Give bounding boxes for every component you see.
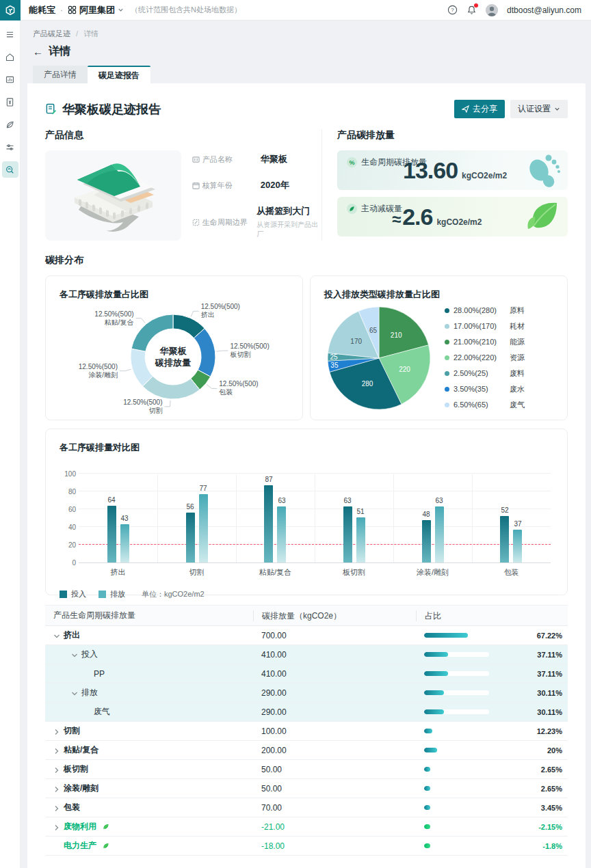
donut-label: 12.50%(500) <box>201 303 240 310</box>
pie-legend-item-废气[interactable]: 6.50%(65)废气 <box>445 400 525 410</box>
breadcrumb-current: 详情 <box>83 29 98 38</box>
share-bar <box>424 786 489 791</box>
table-row-挤出[interactable]: 挤出700.0067.22% <box>45 626 568 645</box>
bar-投入-涂装/雕刻[interactable] <box>422 520 431 562</box>
share-bar <box>424 729 489 733</box>
expand-chevron-icon[interactable] <box>53 747 60 754</box>
expand-chevron-icon[interactable] <box>71 651 78 658</box>
pie-value-label: 210 <box>391 331 402 339</box>
pie-legend-item-能源[interactable]: 21.00%(210)能源 <box>445 337 525 347</box>
menu-icon <box>5 29 15 40</box>
sidebar-item-billing[interactable] <box>2 94 18 110</box>
bar-排放-包装[interactable] <box>513 530 522 562</box>
expand-chevron-icon[interactable] <box>53 824 60 830</box>
bar-value-label: 52 <box>496 506 514 514</box>
topbar: 能耗宝 · 阿里集团 （统计范围包含共N处场地数据） ? dtboost@ali… <box>0 0 591 21</box>
bar-投入-挤出[interactable] <box>107 506 116 562</box>
table-row-废物利用[interactable]: 废物利用-21.00-2.15% <box>45 817 568 837</box>
bar-投入-包装[interactable] <box>500 516 509 562</box>
help-icon[interactable]: ? <box>447 5 458 15</box>
y-axis-tick: 60 <box>60 506 76 513</box>
app-logo-icon[interactable] <box>0 0 21 21</box>
org-name: 阿里集团 <box>79 4 115 16</box>
bar-排放-板切割[interactable] <box>356 517 365 562</box>
pie-legend-item-资源[interactable]: 22.00%(220)资源 <box>445 353 525 363</box>
sidebar-item-home[interactable] <box>2 49 18 65</box>
table-row-PP[interactable]: PP410.0037.11% <box>45 664 568 683</box>
expand-chevron-icon[interactable] <box>53 766 60 773</box>
notification-bell-icon[interactable] <box>467 5 477 15</box>
bar-排放-切割[interactable] <box>199 494 208 562</box>
type-share-chart-card: 投入排放类型碳排放量占比图 210220280352517065 28.00%(… <box>310 275 568 420</box>
row-emission-value: 100.00 <box>253 727 416 736</box>
pie-legend-item-耗材[interactable]: 17.00%(170)耗材 <box>445 321 525 331</box>
table-row-投入[interactable]: 投入410.0037.11% <box>45 645 568 664</box>
legend-swatch-output[interactable] <box>98 591 106 598</box>
reduction-value: 2.6 <box>402 204 432 230</box>
bar-投入-切割[interactable] <box>186 513 195 562</box>
col-header-share: 占比 <box>416 610 568 621</box>
share-button[interactable]: 去分享 <box>454 100 505 118</box>
bar-value-label: 56 <box>181 503 199 511</box>
product-info-title: 产品信息 <box>45 129 321 141</box>
expand-chevron-icon[interactable] <box>53 632 60 639</box>
donut-label: 12.50%(500) <box>123 398 162 406</box>
expand-chevron-icon[interactable] <box>71 690 78 696</box>
bar-排放-挤出[interactable] <box>120 524 129 562</box>
row-emission-value: 290.00 <box>253 707 416 717</box>
row-share-percent: 3.45% <box>541 804 568 812</box>
row-name: 挤出 <box>64 629 80 641</box>
donut-center-label: 华聚板 <box>159 346 187 356</box>
lifecycle-emission-value: 13.60 <box>403 157 458 184</box>
pie-legend-item-废水[interactable]: 3.50%(35)废水 <box>445 384 525 394</box>
table-row-包装[interactable]: 包装70.003.45% <box>45 798 568 817</box>
table-row-排放[interactable]: 排放290.0030.11% <box>45 683 568 703</box>
table-row-切割[interactable]: 切割100.0012.23% <box>45 722 568 741</box>
table-row-电力生产[interactable]: 电力生产-18.00-1.8% <box>45 837 568 856</box>
sidebar-item-carbon[interactable] <box>2 116 18 133</box>
report-panel: 华聚板碳足迹报告 去分享 认证设置 产品信息 <box>27 83 586 868</box>
breadcrumb-parent[interactable]: 产品碳足迹 <box>33 29 70 38</box>
bar-排放-涂装/雕刻[interactable] <box>435 506 444 562</box>
table-row-板切割[interactable]: 板切割50.002.65% <box>45 760 568 779</box>
legend-swatch-input[interactable] <box>60 591 67 598</box>
sidebar-item-settings[interactable] <box>2 139 18 155</box>
table-row-废气[interactable]: 废气290.0030.11% <box>45 703 568 722</box>
user-email[interactable]: dtboost@aliyun.com <box>507 5 581 15</box>
sidebar-item-dashboard[interactable] <box>2 71 18 87</box>
row-share-percent: -1.8% <box>542 842 568 850</box>
row-emission-value: 70.00 <box>253 803 416 813</box>
donut-label: 12.50%(500) <box>94 310 133 318</box>
bar-投入-粘贴/复合[interactable] <box>264 485 273 562</box>
home-icon <box>5 52 15 62</box>
tab-footprint-report[interactable]: 碳足迹报告 <box>88 66 150 83</box>
sidebar-item-menu[interactable] <box>2 26 18 42</box>
org-selector[interactable]: 阿里集团 <box>68 4 124 16</box>
bar-value-label: 63 <box>430 497 448 504</box>
expand-chevron-icon[interactable] <box>53 785 60 792</box>
back-arrow-icon[interactable]: ← <box>33 46 43 57</box>
cert-settings-button[interactable]: 认证设置 <box>510 100 568 118</box>
table-row-涂装/雕刻[interactable]: 涂装/雕刻50.002.65% <box>45 779 568 798</box>
unit-note: 单位：kgCO2e/m2 <box>142 589 205 599</box>
settings-icon <box>5 142 15 152</box>
bar-category-label: 板切割 <box>315 567 393 578</box>
carbon-icon <box>5 120 15 130</box>
donut-slice-板切割[interactable] <box>194 329 215 377</box>
legend-label-input[interactable]: 投入 <box>71 589 86 599</box>
pie-legend-item-原料[interactable]: 28.00%(280)原料 <box>445 306 525 316</box>
bar-投入-板切割[interactable] <box>343 506 352 562</box>
donut-slice-切割[interactable] <box>142 377 200 400</box>
expand-chevron-icon[interactable] <box>53 728 60 735</box>
table-row-粘贴/复合[interactable]: 粘贴/复合200.0020% <box>45 741 568 760</box>
pie-legend-item-废料[interactable]: 2.50%(25)废料 <box>445 368 525 379</box>
legend-label-output[interactable]: 排放 <box>110 589 125 599</box>
bar-排放-粘贴/复合[interactable] <box>277 506 286 562</box>
sidebar-item-search[interactable] <box>2 161 18 178</box>
green-leaf-icon <box>102 842 109 850</box>
expand-chevron-icon[interactable] <box>53 804 60 811</box>
tab-product-detail[interactable]: 产品详情 <box>33 66 88 83</box>
bar-value-label: 87 <box>260 476 278 483</box>
avatar[interactable] <box>486 4 498 16</box>
legend-dot <box>445 371 449 376</box>
